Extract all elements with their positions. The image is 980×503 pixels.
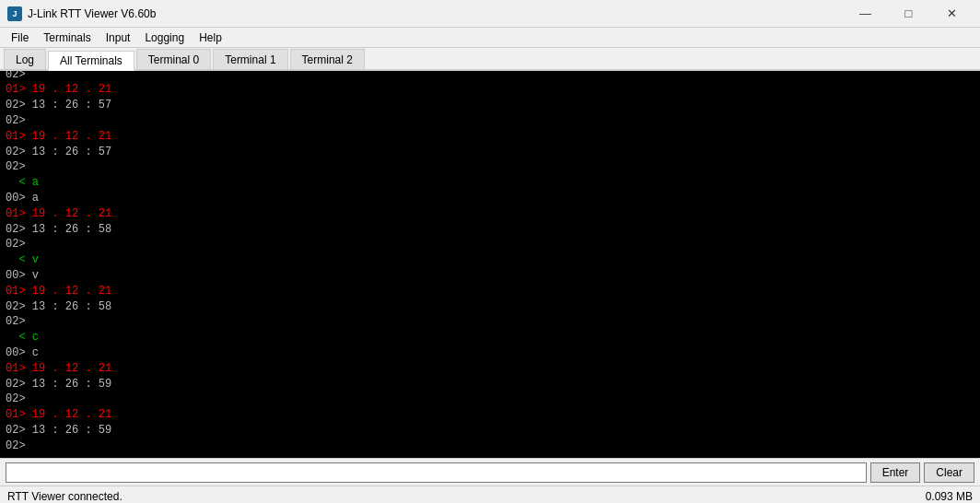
- terminal-line: < a: [6, 175, 974, 191]
- terminal-line: < c: [6, 330, 974, 345]
- menu-item-logging[interactable]: Logging: [137, 29, 192, 46]
- terminal-line: 02>: [6, 113, 974, 129]
- terminal-line: 02>: [6, 159, 974, 175]
- terminal-line: 02> 13 : 26 : 59: [6, 377, 974, 392]
- terminal-line: 02>: [6, 392, 974, 407]
- app-icon: J: [7, 6, 22, 21]
- terminal-line: 02>: [6, 314, 974, 330]
- window-title: J-Link RTT Viewer V6.60b: [28, 7, 156, 20]
- menu-item-terminals[interactable]: Terminals: [36, 29, 98, 46]
- terminal-line: 02>: [6, 237, 974, 252]
- menu-bar: FileTerminalsInputLoggingHelp: [0, 28, 980, 48]
- enter-button[interactable]: Enter: [870, 462, 921, 483]
- terminal-line: 02>: [6, 71, 974, 82]
- tab-terminal-1[interactable]: Terminal 1: [213, 49, 287, 69]
- terminal-line: 02> 13 : 26 : 58: [6, 299, 974, 315]
- tab-all-terminals[interactable]: All Terminals: [48, 51, 134, 71]
- memory-usage: 0.093 MB: [926, 490, 973, 503]
- command-input[interactable]: [6, 462, 867, 483]
- terminal-line: 01> 19 . 12 . 21: [6, 284, 974, 299]
- menu-item-input[interactable]: Input: [99, 29, 138, 46]
- status-message: RTT Viewer connected.: [7, 490, 122, 503]
- terminal-line: 01> 19 . 12 . 21: [6, 129, 974, 145]
- input-area: Enter Clear: [0, 458, 980, 485]
- terminal-line: 02> 13 : 26 : 59: [6, 423, 974, 439]
- window-controls: — □ ✕: [845, 1, 973, 27]
- tab-log[interactable]: Log: [4, 49, 46, 69]
- terminal-line: 01> 19 . 12 . 21: [6, 407, 974, 423]
- title-bar: J J-Link RTT Viewer V6.60b — □ ✕: [0, 0, 980, 28]
- maximize-button[interactable]: □: [888, 1, 929, 27]
- minimize-button[interactable]: —: [845, 1, 886, 27]
- terminal-line: 00> v: [6, 268, 974, 284]
- tab-terminal-2[interactable]: Terminal 2: [290, 49, 365, 69]
- terminal-line: 01> 19 . 12 . 21: [6, 206, 974, 222]
- terminal-line: 02> 13 : 26 : 57: [6, 98, 974, 113]
- terminal-line: 02> 13 : 26 : 58: [6, 222, 974, 238]
- tab-bar: LogAll TerminalsTerminal 0Terminal 1Term…: [0, 48, 980, 71]
- terminal-line: 02>: [6, 439, 974, 454]
- terminal-line: 00> c: [6, 345, 974, 361]
- terminal-line: 02> 13 : 26 : 57: [6, 145, 974, 160]
- menu-item-help[interactable]: Help: [192, 29, 229, 46]
- terminal-output[interactable]: 02> 19 . 12 . 2102> 13 : 26 : 5702>01> 1…: [0, 71, 980, 458]
- terminal-line: 00> a: [6, 191, 974, 206]
- tab-terminal-0[interactable]: Terminal 0: [136, 49, 211, 69]
- terminal-line: < v: [6, 252, 974, 268]
- close-button[interactable]: ✕: [931, 1, 973, 27]
- terminal-line: 01> 19 . 12 . 21: [6, 361, 974, 377]
- clear-button[interactable]: Clear: [924, 462, 974, 483]
- terminal-line: 01> 19 . 12 . 21: [6, 82, 974, 98]
- menu-item-file[interactable]: File: [4, 29, 36, 46]
- status-bar: RTT Viewer connected. 0.093 MB: [0, 485, 980, 503]
